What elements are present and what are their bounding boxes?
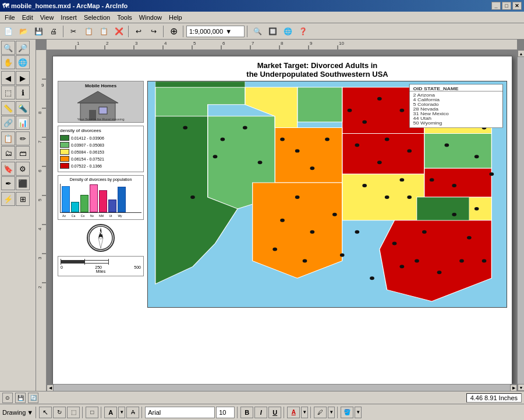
- layout-tool[interactable]: 📋: [1, 131, 15, 145]
- print-button[interactable]: 🖨: [47, 25, 61, 38]
- lightning-tool[interactable]: ⚡: [1, 192, 15, 206]
- highlight-btn[interactable]: 🖊: [314, 407, 327, 418]
- strikethrough-btn[interactable]: A̶: [126, 407, 139, 418]
- tool-group-5: 🔖 ⚙ ✒ ⬛: [1, 162, 34, 190]
- status-btn-1[interactable]: ⊙: [2, 393, 13, 403]
- tool-group-2: ◀ ▶ ⬚ ℹ: [1, 71, 34, 99]
- font-name-box[interactable]: Arial: [145, 407, 215, 418]
- scale-label-0: 0: [61, 265, 63, 269]
- zoom-in-tool[interactable]: 🔍: [1, 41, 15, 55]
- status-btn-2[interactable]: 💾: [15, 393, 26, 403]
- find-tool[interactable]: 🔦: [16, 101, 30, 115]
- paste-button[interactable]: 📋: [97, 25, 111, 38]
- draw-rotate-btn[interactable]: ↻: [53, 407, 66, 418]
- select-tool[interactable]: ⬚: [1, 86, 15, 99]
- fwd-extent-tool[interactable]: ▶: [16, 71, 30, 85]
- svg-point-82: [392, 242, 397, 245]
- scroll-up-button[interactable]: ▲: [518, 50, 524, 57]
- select-button[interactable]: 🔲: [265, 25, 279, 38]
- scale-input[interactable]: 1:9,000,000 ▼: [186, 26, 245, 37]
- svg-point-51: [385, 138, 390, 141]
- zoom-out-tool[interactable]: 🔎: [16, 41, 30, 55]
- bookmark-tool[interactable]: 🔖: [1, 162, 15, 176]
- delete-button[interactable]: ❌: [112, 25, 126, 38]
- menu-insert[interactable]: Insert: [57, 12, 80, 23]
- svg-point-68: [280, 138, 285, 141]
- help-button[interactable]: ❓: [296, 25, 310, 38]
- legend-item-1: 0.01412 - 0.03906: [60, 135, 141, 141]
- sep3: [163, 26, 164, 37]
- tool-group-1: 🔍 🔎 ✋ 🌐: [1, 41, 34, 69]
- pan-tool[interactable]: ✋: [1, 55, 15, 69]
- draw-select-btn[interactable]: ⬚: [67, 407, 80, 418]
- map-area[interactable]: 1 2 3 4 5 6 7 8 9: [36, 40, 524, 391]
- menu-selection[interactable]: Selection: [80, 12, 114, 23]
- table-tool[interactable]: 🗃: [16, 146, 30, 160]
- fill-dropdown[interactable]: ▼: [355, 407, 362, 418]
- cut-button[interactable]: ✂: [66, 25, 80, 38]
- status-btn-3[interactable]: 🔄: [28, 393, 38, 403]
- back-extent-tool[interactable]: ◀: [1, 71, 15, 85]
- measure-tool[interactable]: 📏: [1, 101, 15, 115]
- vertical-scrollbar[interactable]: ▲ ▼: [517, 50, 524, 391]
- window-title: mobile_homes.mxd - ArcMap - ArcInfo: [11, 2, 128, 9]
- north-arrow-container: N: [58, 224, 144, 252]
- bold-button[interactable]: B: [240, 407, 253, 418]
- fill-color-btn[interactable]: 🪣: [341, 407, 353, 418]
- open-button[interactable]: 📂: [16, 25, 30, 38]
- svg-point-75: [295, 195, 300, 199]
- pointer-tool-btn[interactable]: ↖: [39, 407, 52, 418]
- undo-button[interactable]: ↩: [132, 25, 146, 38]
- save-button[interactable]: 💾: [31, 25, 45, 38]
- misc-state-1: [417, 197, 469, 220]
- menu-edit[interactable]: Edit: [19, 12, 37, 23]
- underline-button[interactable]: U: [268, 407, 281, 418]
- menu-window[interactable]: Window: [136, 12, 165, 23]
- zoom-full-button[interactable]: 🌐: [281, 25, 295, 38]
- menu-tools[interactable]: Tools: [114, 12, 136, 23]
- scroll-down-button[interactable]: ▼: [518, 384, 524, 391]
- font-color-btn[interactable]: A: [287, 407, 300, 418]
- font-size-box[interactable]: 10: [216, 407, 235, 418]
- minimize-button[interactable]: _: [491, 2, 501, 10]
- erase-tool[interactable]: ⬛: [16, 176, 30, 190]
- horizontal-scrollbar[interactable]: ◀ ▶: [47, 384, 517, 391]
- svg-point-91: [399, 265, 404, 268]
- copy-button[interactable]: 📋: [82, 25, 95, 38]
- identify-button[interactable]: 🔍: [250, 25, 264, 38]
- editor-tool[interactable]: ✏: [16, 131, 30, 145]
- font-color-dropdown[interactable]: ▼: [301, 407, 308, 418]
- svg-text:44     Utah: 44 Utah: [413, 116, 431, 121]
- text-dropdown[interactable]: ▼: [118, 407, 125, 418]
- highlight-dropdown[interactable]: ▼: [328, 407, 335, 418]
- italic-button[interactable]: I: [254, 407, 267, 418]
- shape-rect-btn[interactable]: □: [86, 407, 98, 418]
- scroll-right-button[interactable]: ▶: [510, 385, 517, 391]
- hyperlink-tool[interactable]: 🔗: [1, 116, 15, 130]
- graph-tool[interactable]: 📊: [16, 116, 30, 130]
- text-btn[interactable]: A: [104, 407, 117, 418]
- layer-tool[interactable]: 🗂: [1, 146, 15, 160]
- svg-point-71: [220, 138, 225, 141]
- identify-tool[interactable]: ℹ: [16, 86, 30, 99]
- menu-view[interactable]: View: [37, 12, 58, 23]
- legend-item-4: 0.06154 - 0.07521: [60, 156, 141, 162]
- settings-tool[interactable]: ⚙: [16, 162, 30, 176]
- new-button[interactable]: 📄: [1, 25, 15, 38]
- redo-button[interactable]: ↪: [147, 25, 161, 38]
- menu-file[interactable]: File: [1, 12, 19, 23]
- scroll-left-button[interactable]: ◀: [47, 385, 54, 391]
- svg-text:4: 4: [37, 227, 43, 230]
- sep-draw5: [237, 407, 238, 418]
- menu-help[interactable]: Help: [165, 12, 186, 23]
- draw-tool[interactable]: ✒: [1, 176, 15, 190]
- grid-tool[interactable]: ⊞: [16, 192, 30, 206]
- left-panel: Mobile Homes Your Source for Rural Housi…: [58, 81, 144, 308]
- zoom-in-button[interactable]: ⊕: [167, 25, 180, 38]
- svg-text:8: 8: [281, 41, 284, 46]
- full-extent-tool[interactable]: 🌐: [16, 55, 30, 69]
- maximize-button[interactable]: □: [502, 2, 511, 10]
- choropleth-container[interactable]: OID STATE_NAME 2 Arizona 4 California 5 …: [147, 81, 507, 308]
- svg-text:4      California: 4 California: [413, 98, 440, 102]
- close-button[interactable]: ✕: [512, 2, 522, 10]
